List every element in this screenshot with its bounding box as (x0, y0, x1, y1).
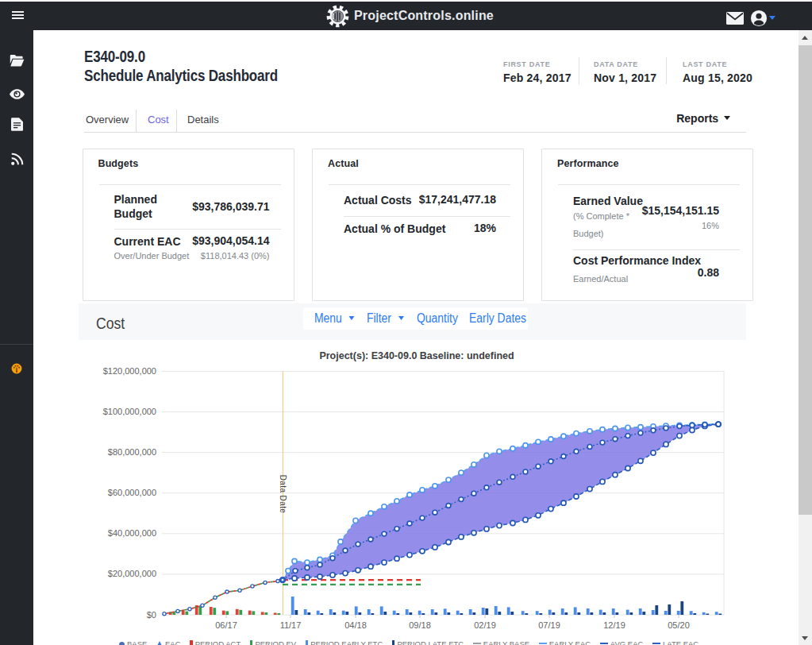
svg-text:Data Date: Data Date (279, 475, 287, 514)
svg-text:05/20: 05/20 (668, 620, 690, 630)
svg-text:$100,000,000: $100,000,000 (103, 407, 156, 416)
svg-text:$120,000,000: $120,000,000 (103, 366, 156, 376)
svg-text:06/17: 06/17 (215, 620, 237, 630)
svg-text:$60,000,000: $60,000,000 (108, 488, 156, 497)
svg-text:04/18: 04/18 (344, 620, 367, 630)
svg-text:07/19: 07/19 (538, 620, 560, 630)
svg-text:12/19: 12/19 (603, 620, 625, 630)
svg-text:09/18: 09/18 (409, 620, 431, 630)
svg-text:$80,000,000: $80,000,000 (108, 447, 156, 457)
svg-text:02/19: 02/19 (474, 620, 496, 630)
svg-text:$0: $0 (147, 610, 156, 620)
svg-text:$40,000,000: $40,000,000 (108, 528, 156, 538)
svg-text:11/17: 11/17 (280, 620, 302, 630)
svg-text:$20,000,000: $20,000,000 (108, 569, 156, 578)
